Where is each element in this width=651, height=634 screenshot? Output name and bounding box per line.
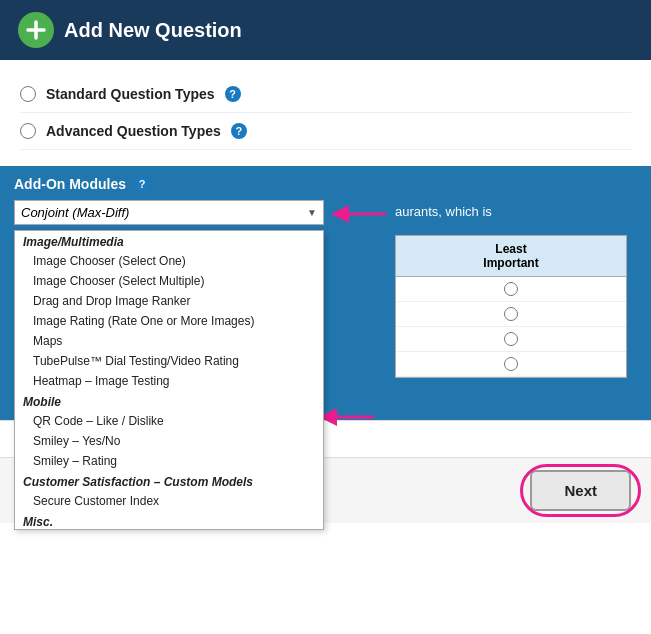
- standard-question-radio[interactable]: [20, 86, 36, 102]
- dropdown-pink-arrow: [332, 202, 387, 229]
- standard-question-help-icon[interactable]: ?: [225, 86, 241, 102]
- dropdown-list-item[interactable]: QR Code – Like / Dislike: [15, 411, 323, 431]
- dropdown-list-item[interactable]: Image Rating (Rate One or More Images): [15, 311, 323, 331]
- advanced-question-help-icon[interactable]: ?: [231, 123, 247, 139]
- table-header: LeastImportant: [396, 236, 626, 277]
- dropdown-list-item[interactable]: Maps: [15, 331, 323, 351]
- next-button-wrapper: Next: [530, 470, 631, 511]
- add-icon: [18, 12, 54, 48]
- page-title: Add New Question: [64, 19, 242, 42]
- dropdown-group-label: Mobile: [15, 391, 323, 411]
- dropdown-list-item[interactable]: Smiley – Rating: [15, 451, 323, 471]
- addon-help-icon[interactable]: ?: [134, 176, 150, 192]
- dropdown-arrow-icon: ▼: [307, 207, 317, 218]
- dropdown-group-label: Image/Multimedia: [15, 231, 323, 251]
- partial-text: aurants, which is: [395, 200, 637, 225]
- dropdown-selected-value: Conjoint (Max-Diff): [21, 205, 307, 220]
- standard-question-row: Standard Question Types ?: [20, 76, 631, 113]
- dropdown-trigger[interactable]: Conjoint (Max-Diff) ▼: [14, 200, 324, 225]
- right-panel: aurants, which is LeastImportant: [395, 200, 637, 388]
- table-radio-2[interactable]: [504, 307, 518, 321]
- dropdown-list-item[interactable]: TubePulse™ Dial Testing/Video Rating: [15, 351, 323, 371]
- table-row: [396, 302, 626, 327]
- table-row: [396, 277, 626, 302]
- addon-title: Add-On Modules: [14, 176, 126, 192]
- standard-question-label: Standard Question Types: [46, 86, 215, 102]
- table-row: [396, 327, 626, 352]
- dropdown-list-item[interactable]: Heatmap – Image Testing: [15, 371, 323, 391]
- dropdown-list-item[interactable]: Image Chooser (Select One): [15, 251, 323, 271]
- rating-table: LeastImportant: [395, 235, 627, 378]
- advanced-question-row: Advanced Question Types ?: [20, 113, 631, 150]
- table-radio-4[interactable]: [504, 357, 518, 371]
- dropdown-list-item[interactable]: Smiley – Yes/No: [15, 431, 323, 451]
- dropdown-group-label: Customer Satisfaction – Custom Models: [15, 471, 323, 491]
- main-content: Standard Question Types ? Advanced Quest…: [0, 60, 651, 166]
- dropdown-list-item[interactable]: Secure Customer Index: [15, 491, 323, 511]
- addon-section: Add-On Modules ? Conjoint (Max-Diff) ▼ I…: [0, 166, 651, 420]
- addon-header-row: Add-On Modules ?: [14, 176, 637, 192]
- next-button[interactable]: Next: [530, 470, 631, 511]
- table-radio-1[interactable]: [504, 282, 518, 296]
- dropdown-list[interactable]: Image/MultimediaImage Chooser (Select On…: [14, 230, 324, 530]
- dropdown-list-item[interactable]: Image Chooser (Select Multiple): [15, 271, 323, 291]
- advanced-question-label: Advanced Question Types: [46, 123, 221, 139]
- dropdown-list-item[interactable]: Drag and Drop Image Ranker: [15, 291, 323, 311]
- page-header: Add New Question: [0, 0, 651, 60]
- dropdown-container: Conjoint (Max-Diff) ▼ Image/MultimediaIm…: [14, 200, 637, 388]
- advanced-question-radio[interactable]: [20, 123, 36, 139]
- table-row: [396, 352, 626, 377]
- table-radio-3[interactable]: [504, 332, 518, 346]
- dropdown-group-label: Misc.: [15, 511, 323, 530]
- fb-pink-arrow: [320, 405, 375, 432]
- dropdown-wrapper: Conjoint (Max-Diff) ▼ Image/MultimediaIm…: [14, 200, 324, 225]
